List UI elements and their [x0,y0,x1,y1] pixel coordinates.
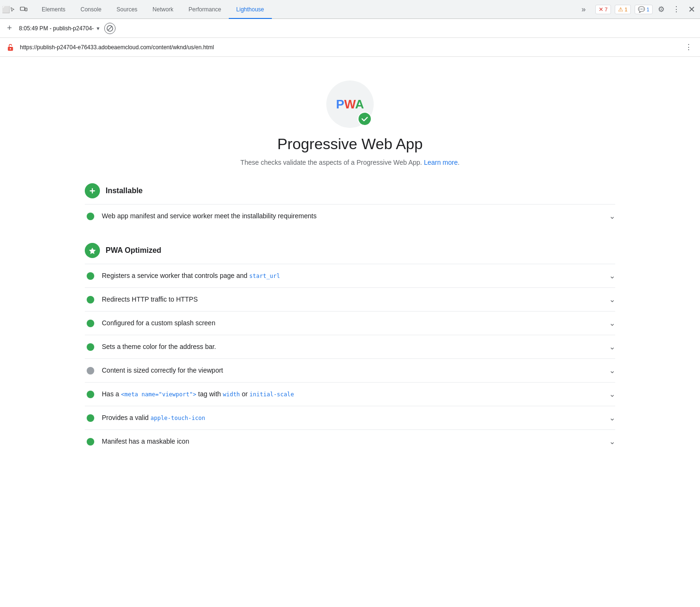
settings-icon[interactable]: ⚙ [655,3,668,16]
audit-pwa-1[interactable]: Registers a service worker that controls… [85,264,615,287]
chevron-down-icon: ⌄ [609,342,615,351]
pwa-title: Progressive Web App [277,135,422,153]
pwa-check-badge [358,112,372,126]
audit-pwa-4[interactable]: Sets a theme color for the address bar. … [85,335,615,358]
audit-dot-green [87,272,94,280]
chevron-down-icon: ⌄ [609,295,615,304]
audit-pwa-8[interactable]: Manifest has a maskable icon ⌄ [85,429,615,453]
installable-section-header: Installable [85,176,615,204]
audit-text-pwa-3: Configured for a custom splash screen [102,318,605,328]
audit-text-pwa-1: Registers a service worker that controls… [102,271,605,281]
audit-installable-1[interactable]: Web app manifest and service worker meet… [85,204,615,228]
warning-badge[interactable]: ⚠ 1 [615,5,631,14]
chevron-down-icon: ⌄ [609,366,615,375]
session-label: 8:05:49 PM - publish-p24704- ▾ [19,25,99,32]
cursor-icon[interactable]: ⬜ [2,3,15,16]
error-icon: ✕ [599,6,603,13]
audit-dot-green [87,320,94,327]
chevron-down-icon: ⌄ [609,413,615,422]
close-devtools-icon[interactable]: ✕ [685,3,698,16]
audit-pwa-6[interactable]: Has a <meta name="viewport"> tag with wi… [85,382,615,406]
tab-actions: ✕ 7 ⚠ 1 💬 1 ⚙ ⋮ ✕ [590,0,698,18]
info-icon: 💬 [638,6,645,13]
svg-rect-1 [25,8,27,11]
info-badge[interactable]: 💬 1 [635,5,653,14]
tab-sources[interactable]: Sources [109,0,145,19]
audit-pwa-5[interactable]: Content is sized correctly for the viewp… [85,358,615,382]
pwa-a: A [355,97,364,111]
url-bar: https://publish-p24704-e76433.adobeaemcl… [0,38,700,57]
learn-more-link[interactable]: Learn more [424,159,458,166]
pwa-logo-text: PWA [336,97,364,112]
session-text: 8:05:49 PM - publish-p24704- [19,25,94,32]
audit-text-pwa-6: Has a <meta name="viewport"> tag with wi… [102,389,605,399]
devtools-tab-bar: ⬜ Elements Console Sources Network Perfo… [0,0,700,19]
tab-icon-group: ⬜ [2,0,34,18]
audit-text-pwa-5: Content is sized correctly for the viewp… [102,366,605,375]
audit-dot-green [87,343,94,351]
audit-pwa-2[interactable]: Redirects HTTP traffic to HTTPS ⌄ [85,287,615,311]
tab-console[interactable]: Console [73,0,109,19]
lighthouse-content: PWA Progressive Web App These checks val… [66,57,634,472]
audit-dot-green [87,438,94,446]
pwa-p: P [336,97,344,111]
tab-elements[interactable]: Elements [34,0,73,19]
audit-dot-green [87,391,94,398]
info-count: 1 [646,7,649,12]
device-toggle-icon[interactable] [17,3,30,16]
audit-text-pwa-7: Provides a valid apple-touch-icon [102,413,605,423]
audit-pwa-7[interactable]: Provides a valid apple-touch-icon ⌄ [85,406,615,429]
pwa-logo: PWA [326,80,374,128]
meta-viewport-code: <meta name="viewport"> [121,391,196,398]
tab-network[interactable]: Network [145,0,181,19]
pwa-optimized-section-header: PWA Optimized [85,235,615,264]
error-badge[interactable]: ✕ 7 [595,5,611,14]
installable-title: Installable [106,187,143,195]
url-bar-more-icon[interactable]: ⋮ [683,41,694,54]
session-dropdown-arrow[interactable]: ▾ [97,25,99,32]
pwa-optimized-icon [85,243,100,258]
svg-rect-0 [20,7,25,10]
chevron-down-icon: ⌄ [609,271,615,280]
warning-icon: ⚠ [618,6,623,13]
error-count: 7 [605,7,608,12]
warning-count: 1 [625,7,628,12]
chevron-down-icon: ⌄ [609,390,615,399]
audit-text-pwa-4: Sets a theme color for the address bar. [102,342,605,352]
tabs-list: Elements Console Sources Network Perform… [34,0,578,18]
more-options-icon[interactable]: ⋮ [670,3,683,16]
installable-icon [85,183,100,198]
audit-text-pwa-2: Redirects HTTP traffic to HTTPS [102,295,605,304]
audit-dot-green [87,414,94,422]
tab-overflow-button[interactable]: » [578,0,590,18]
tab-lighthouse[interactable]: Lighthouse [229,0,272,19]
audit-dot-green [87,296,94,304]
width-code: width [223,391,240,398]
audit-text-installable-1: Web app manifest and service worker meet… [102,211,605,221]
start-url-code: start_url [249,273,280,279]
apple-touch-icon-code: apple-touch-icon [151,415,206,421]
chevron-down-icon: ⌄ [609,319,615,328]
audit-text-pwa-8: Manifest has a maskable icon [102,437,605,446]
pwa-description: These checks validate the aspects of a P… [241,159,460,166]
audit-pwa-3[interactable]: Configured for a custom splash screen ⌄ [85,311,615,335]
tab-performance[interactable]: Performance [181,0,229,19]
chevron-down-icon: ⌄ [609,212,615,221]
add-tab-icon[interactable]: + [7,23,12,33]
pwa-header: PWA Progressive Web App These checks val… [85,66,615,176]
pwa-w: W [344,97,355,111]
pwa-optimized-title: PWA Optimized [106,246,162,255]
page-url: https://publish-p24704-e76433.adobeaemcl… [20,44,678,51]
security-lock-icon [6,43,15,52]
audit-dot-green [87,213,94,220]
svg-line-3 [108,27,112,30]
initial-scale-code: initial-scale [250,391,294,398]
audit-dot-gray [87,367,94,375]
no-throttle-icon[interactable] [104,23,116,34]
chevron-down-icon: ⌄ [609,437,615,446]
svg-point-5 [10,48,11,49]
session-bar: + 8:05:49 PM - publish-p24704- ▾ [0,19,700,38]
